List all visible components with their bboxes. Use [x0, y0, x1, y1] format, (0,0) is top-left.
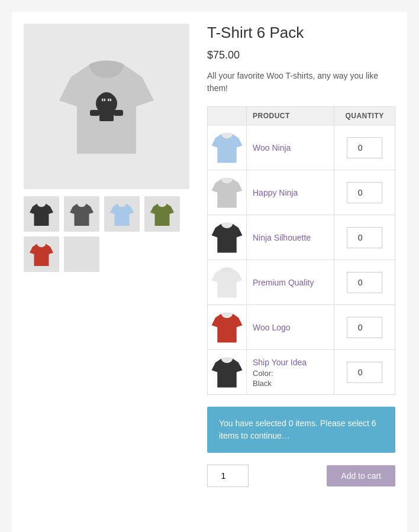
right-column: T-Shirt 6 Pack $75.00 All your favorite … — [207, 24, 395, 532]
product-name-cell: Ninja Silhouette — [247, 215, 334, 260]
thumbnail-3[interactable] — [104, 196, 140, 232]
item-quantity-input[interactable] — [347, 272, 382, 293]
table-row: Ninja Silhouette — [208, 215, 395, 260]
svg-rect-7 — [90, 110, 99, 116]
product-name: Ship Your Idea — [253, 358, 307, 367]
product-name-cell: Happy Ninja — [247, 170, 334, 215]
product-image-cell — [208, 125, 247, 170]
svg-point-4 — [103, 99, 105, 101]
product-name-cell: Ship Your IdeaColor:Black — [247, 350, 334, 395]
page-container: T-Shirt 6 Pack $75.00 All your favorite … — [12, 12, 407, 532]
status-message: You have selected 0 items. Please select… — [219, 419, 376, 440]
product-price: $75.00 — [207, 49, 395, 61]
col-product-header: PRODUCT — [247, 107, 334, 125]
item-quantity-input[interactable] — [347, 227, 382, 248]
product-name: Woo Logo — [253, 323, 291, 332]
product-name: Woo Ninja — [253, 143, 291, 153]
table-row: Woo Ninja — [208, 125, 395, 170]
quantity-cell — [334, 260, 395, 305]
product-name-cell: Woo Logo — [247, 305, 334, 350]
table-row: Happy Ninja — [208, 170, 395, 215]
product-name: Premium Quality — [253, 278, 314, 287]
item-quantity-input[interactable] — [347, 182, 382, 203]
quantity-cell — [334, 170, 395, 215]
product-name-cell: Woo Ninja — [247, 125, 334, 170]
footer-row: Add to cart — [207, 465, 395, 487]
product-color-label: Color: — [253, 369, 328, 378]
item-quantity-input[interactable] — [347, 317, 382, 338]
left-column — [24, 24, 195, 532]
thumbnail-1[interactable] — [24, 196, 59, 232]
product-image-cell — [208, 260, 247, 305]
thumbnail-4[interactable] — [144, 196, 180, 232]
svg-rect-8 — [114, 110, 123, 116]
svg-point-5 — [109, 99, 111, 101]
col-quantity-header: QUANTITY — [334, 107, 395, 125]
svg-point-1 — [98, 92, 115, 109]
thumbnail-6[interactable] — [64, 236, 99, 272]
product-table: PRODUCT QUANTITY Woo Ninja Happy Ninja N… — [207, 106, 395, 395]
quantity-cell — [334, 350, 395, 395]
product-name: Happy Ninja — [253, 188, 298, 197]
main-product-image — [24, 24, 189, 189]
product-image-cell — [208, 170, 247, 215]
table-row: Ship Your IdeaColor:Black — [208, 350, 395, 395]
product-name: Ninja Silhouette — [253, 233, 311, 242]
item-quantity-input[interactable] — [347, 362, 382, 383]
product-title: T-Shirt 6 Pack — [207, 24, 395, 42]
status-bar: You have selected 0 items. Please select… — [207, 407, 395, 453]
quantity-stepper[interactable] — [207, 465, 249, 487]
thumbnail-2[interactable] — [64, 196, 99, 232]
product-name-cell: Premium Quality — [247, 260, 334, 305]
quantity-cell — [334, 215, 395, 260]
product-image-cell — [208, 350, 247, 395]
quantity-cell — [334, 125, 395, 170]
add-to-cart-button[interactable]: Add to cart — [327, 465, 395, 486]
quantity-cell — [334, 305, 395, 350]
item-quantity-input[interactable] — [347, 137, 382, 158]
thumbnail-5[interactable] — [24, 236, 59, 272]
product-image-cell — [208, 305, 247, 350]
thumbnail-grid — [24, 196, 195, 272]
product-image-cell — [208, 215, 247, 260]
product-color-value: Black — [253, 379, 328, 388]
table-row: Premium Quality — [208, 260, 395, 305]
col-image-header — [208, 107, 247, 125]
svg-rect-6 — [99, 109, 114, 121]
table-row: Woo Logo — [208, 305, 395, 350]
product-description: All your favorite Woo T-shirts, any way … — [207, 70, 395, 95]
